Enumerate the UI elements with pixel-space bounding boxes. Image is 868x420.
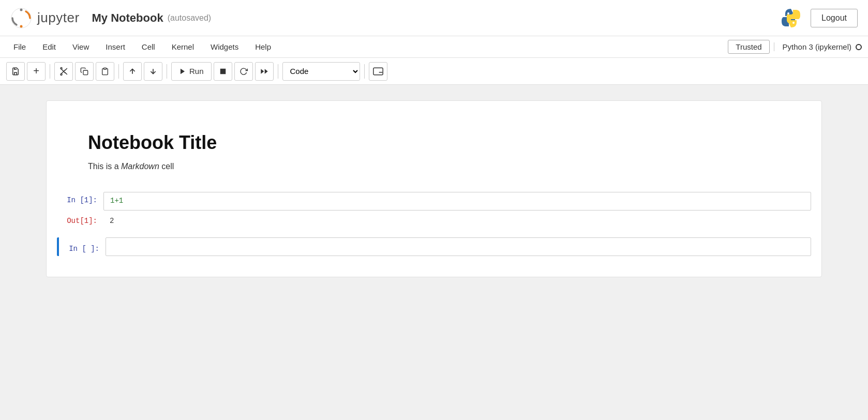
fast-forward-icon: [260, 67, 268, 76]
menu-items: File Edit View Insert Cell Kernel Widget…: [6, 39, 728, 54]
run-button[interactable]: Run: [171, 62, 212, 81]
python-logo-icon: [780, 7, 802, 29]
stop-icon: [219, 68, 227, 75]
cell-type-dropdown[interactable]: Code Markdown Raw NBConvert: [282, 62, 360, 81]
code-cell-1: In [1]: 1+1 Out[1]: 2: [47, 192, 821, 229]
markdown-paragraph: This is a Markdown cell: [88, 162, 780, 171]
header: jupyter My Notebook (autosaved) Logout: [0, 0, 868, 36]
menubar: File Edit View Insert Cell Kernel Widget…: [0, 36, 868, 58]
markdown-cell: Notebook Title This is a Markdown cell: [47, 122, 821, 182]
cell-2-input[interactable]: [106, 237, 811, 256]
menu-insert[interactable]: Insert: [98, 39, 132, 54]
svg-marker-10: [181, 68, 185, 74]
svg-point-4: [787, 12, 789, 14]
restart-icon: [240, 67, 248, 76]
move-down-button[interactable]: [144, 62, 162, 81]
kernel-status-circle: [856, 44, 862, 50]
arrow-up-icon: [128, 67, 137, 76]
cell-1-in-label: In [1]:: [57, 192, 103, 211]
paste-button[interactable]: [96, 62, 114, 81]
toolbar: + Run: [0, 58, 868, 85]
svg-point-2: [20, 25, 23, 27]
menu-file[interactable]: File: [6, 39, 33, 54]
paste-icon: [101, 67, 109, 76]
cell-1-output-row: Out[1]: 2: [47, 213, 821, 229]
kernel-info: Python 3 (ipykernel): [774, 42, 862, 51]
markdown-heading: Notebook Title: [88, 132, 780, 154]
svg-marker-12: [264, 69, 267, 73]
autosaved-indicator: (autosaved): [168, 13, 212, 23]
keyboard-icon: [373, 67, 383, 76]
fast-forward-button[interactable]: [255, 62, 274, 81]
run-label: Run: [189, 67, 204, 76]
svg-rect-9: [103, 68, 106, 69]
jupyter-logo-icon: [10, 7, 32, 29]
svg-rect-14: [373, 68, 382, 74]
arrow-down-icon: [149, 67, 157, 76]
svg-point-5: [792, 22, 795, 24]
separator-4: [278, 64, 278, 79]
svg-point-0: [11, 8, 31, 28]
copy-button[interactable]: [75, 62, 94, 81]
play-icon: [179, 68, 186, 75]
cut-icon: [59, 67, 68, 76]
cell-2-in-label: In [ ]:: [59, 241, 106, 253]
logo-area: jupyter: [10, 7, 80, 29]
cell-1-input-row: In [1]: 1+1: [47, 192, 821, 211]
separator-5: [364, 64, 365, 79]
kernel-name-label: Python 3 (ipykernel): [783, 42, 851, 51]
add-cell-button[interactable]: +: [27, 62, 46, 81]
menu-kernel[interactable]: Kernel: [164, 39, 201, 54]
cell-1-output: 2: [103, 213, 811, 229]
cell-1-out-label: Out[1]:: [57, 213, 103, 229]
svg-point-1: [20, 8, 23, 11]
menu-edit[interactable]: Edit: [35, 39, 63, 54]
separator-3: [167, 64, 167, 79]
menu-widgets[interactable]: Widgets: [203, 39, 246, 54]
markdown-text-before: This is a: [88, 162, 121, 171]
logout-button[interactable]: Logout: [811, 9, 858, 27]
keyboard-shortcuts-button[interactable]: [369, 62, 387, 81]
plus-icon: +: [33, 65, 39, 77]
svg-marker-13: [261, 69, 264, 73]
separator-2: [118, 64, 119, 79]
markdown-text-after: cell: [159, 162, 174, 171]
menu-view[interactable]: View: [65, 39, 96, 54]
svg-rect-8: [83, 70, 88, 75]
notebook-area: Notebook Title This is a Markdown cell I…: [0, 85, 868, 420]
cut-button[interactable]: [54, 62, 73, 81]
restart-button[interactable]: [234, 62, 253, 81]
separator-1: [50, 64, 50, 79]
move-up-button[interactable]: [123, 62, 142, 81]
stop-button[interactable]: [214, 62, 232, 81]
svg-rect-11: [220, 68, 226, 74]
cell-1-input[interactable]: 1+1: [103, 192, 811, 211]
notebook-title[interactable]: My Notebook: [92, 11, 163, 25]
cell-1-code: 1+1: [110, 197, 123, 205]
trusted-button[interactable]: Trusted: [728, 40, 769, 54]
jupyter-wordmark: jupyter: [37, 10, 80, 26]
svg-point-6: [61, 73, 62, 75]
menu-cell[interactable]: Cell: [134, 39, 162, 54]
save-button[interactable]: [6, 62, 25, 81]
markdown-italic: Markdown: [121, 162, 159, 171]
menu-help[interactable]: Help: [248, 39, 278, 54]
save-icon: [11, 67, 20, 76]
notebook-container: Notebook Title This is a Markdown cell I…: [46, 100, 822, 277]
svg-point-7: [61, 67, 62, 69]
code-cell-2: In [ ]:: [59, 237, 811, 256]
copy-icon: [80, 67, 88, 76]
code-cell-2-wrapper: In [ ]:: [47, 237, 821, 256]
